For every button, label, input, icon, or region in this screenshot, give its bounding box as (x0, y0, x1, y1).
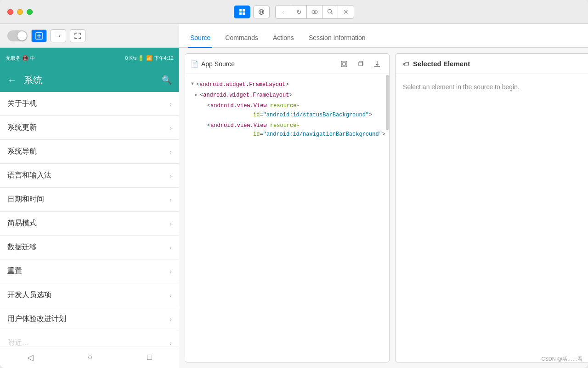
selected-element-content: Select an element in the source to begin… (396, 74, 588, 362)
android-back-button[interactable]: ← (7, 75, 17, 86)
device-toolbar: → (0, 24, 179, 48)
xml-node-level1-label: <android.widget.FrameLayout> (200, 91, 293, 100)
xml-toggle-level1[interactable]: ▶ (192, 92, 200, 98)
source-copy-button[interactable] (354, 58, 367, 70)
globe-icon-button[interactable] (253, 6, 270, 18)
list-item-text: 日期和时间 (7, 195, 44, 204)
list-item[interactable]: 数据迁移 › (0, 236, 179, 259)
svg-point-9 (328, 10, 332, 13)
source-actions (338, 58, 384, 70)
nav-back-button[interactable]: ‹ (276, 6, 291, 18)
list-item[interactable]: 系统更新 › (0, 116, 179, 140)
list-item[interactable]: 简易模式 › (0, 212, 179, 236)
list-item-text: 用户体验改进计划 (7, 314, 66, 324)
list-item-text: 关于手机 (7, 99, 37, 109)
svg-point-8 (314, 11, 316, 13)
list-item[interactable]: 重置 › (0, 259, 179, 283)
chevron-icon: › (170, 339, 172, 346)
tab-actions[interactable]: Actions (271, 29, 296, 48)
selected-element-panel: 🏷 Selected Element Select an element in … (395, 53, 588, 362)
chevron-icon: › (170, 316, 172, 323)
scrollbar-track[interactable] (385, 74, 389, 362)
svg-line-10 (331, 13, 333, 15)
source-panel-title: 📄 App Source (191, 60, 334, 68)
nav-close-button[interactable]: ✕ (338, 6, 354, 18)
chevron-icon: › (170, 172, 172, 179)
scrollbar-thumb[interactable] (386, 75, 389, 130)
android-recent-nav[interactable]: □ (147, 352, 152, 362)
grid-icon-button[interactable] (234, 6, 250, 18)
expand-button[interactable] (70, 29, 85, 42)
xml-node-status-bar[interactable]: <android.view.View resource- id="android… (189, 101, 385, 120)
tag-icon: 🏷 (403, 60, 409, 68)
chevron-icon: › (170, 244, 172, 251)
titlebar: ‹ ↻ ✕ (0, 0, 588, 24)
android-statusbar: 无服务 📵 中 0 K/s 🔋 📶 下午4:12 (0, 48, 179, 68)
close-button[interactable] (7, 9, 13, 15)
nav-search-button[interactable] (322, 6, 338, 18)
xml-node-root-label: <android.widget.FrameLayout> (196, 80, 289, 89)
list-item[interactable]: 用户体验改进计划 › (0, 307, 179, 331)
selected-element-title: Selected Element (413, 60, 470, 68)
svg-rect-1 (243, 9, 245, 12)
xml-node-root[interactable]: ▼ <android.widget.FrameLayout> (189, 80, 385, 90)
list-item[interactable]: 系统导航 › (0, 140, 179, 164)
android-screen: 无服务 📵 中 0 K/s 🔋 📶 下午4:12 ← 系统 🔍 关于手机 › (0, 48, 179, 368)
android-home-nav[interactable]: ○ (88, 352, 93, 362)
list-item[interactable]: 开发人员选项 › (0, 283, 179, 307)
arrow-button[interactable]: → (51, 29, 66, 42)
chevron-icon: › (170, 148, 172, 155)
chevron-icon: › (170, 196, 172, 203)
tab-source[interactable]: Source (188, 29, 212, 48)
svg-rect-15 (343, 63, 345, 65)
xml-node-level1[interactable]: ▶ <android.widget.FrameLayout> (189, 90, 385, 101)
list-item[interactable]: 语言和输入法 › (0, 164, 179, 188)
nav-refresh-button[interactable]: ↻ (291, 6, 307, 18)
list-item-text: 系统更新 (7, 123, 37, 132)
chevron-icon: › (170, 292, 172, 299)
source-header: 📄 App Source (185, 54, 389, 74)
minimize-button[interactable] (17, 9, 23, 15)
android-settings-list: 关于手机 › 系统更新 › 系统导航 › 语言和输入法 › (0, 92, 179, 346)
svg-rect-16 (359, 62, 362, 66)
list-item-text: 开发人员选项 (7, 290, 51, 300)
device-panel: → 无服务 📵 中 0 K/s 🔋 📶 下午4:12 (0, 24, 179, 368)
statusbar-right: 0 K/s 🔋 📶 下午4:12 (125, 55, 174, 62)
chevron-icon: › (170, 268, 172, 275)
source-download-button[interactable] (371, 58, 384, 70)
svg-rect-3 (243, 12, 245, 15)
list-item-text: 数据迁移 (7, 242, 37, 252)
statusbar-left: 无服务 📵 中 (6, 55, 35, 62)
traffic-lights (7, 9, 33, 15)
list-item[interactable]: 附近... › (0, 331, 179, 346)
android-navbar: ◁ ○ □ (0, 346, 179, 368)
xml-node-nav-bar-label: <android.view.View resource- id="android… (207, 121, 385, 139)
app-window: ‹ ↻ ✕ (0, 0, 588, 368)
list-item[interactable]: 日期和时间 › (0, 188, 179, 212)
list-item-text: 附近... (7, 338, 28, 346)
nav-eye-button[interactable] (307, 6, 322, 18)
list-item[interactable]: 关于手机 › (0, 92, 179, 116)
xml-toggle-root[interactable]: ▼ (189, 81, 196, 86)
inspector-panel: Source Commands Actions Session Informat… (179, 24, 588, 368)
list-item-text: 系统导航 (7, 147, 37, 156)
svg-rect-2 (239, 12, 242, 15)
android-back-nav[interactable]: ◁ (27, 352, 34, 362)
android-header-title: 系统 (24, 74, 154, 86)
source-expand-button[interactable] (338, 58, 351, 70)
select-element-button[interactable] (31, 29, 47, 42)
toggle-switch[interactable] (7, 30, 28, 41)
xml-node-nav-bar[interactable]: <android.view.View resource- id="android… (189, 121, 385, 140)
source-panel: 📄 App Source (185, 53, 390, 362)
maximize-button[interactable] (27, 9, 33, 15)
titlebar-controls: ‹ ↻ ✕ (234, 5, 354, 19)
tab-commands[interactable]: Commands (223, 29, 260, 48)
tab-session-information[interactable]: Session Information (307, 29, 368, 48)
main-content: → 无服务 📵 中 0 K/s 🔋 📶 下午4:12 (0, 24, 588, 368)
inspector-body: 📄 App Source (179, 48, 588, 368)
list-item-text: 简易模式 (7, 218, 37, 228)
android-search-button[interactable]: 🔍 (162, 75, 172, 85)
svg-rect-14 (341, 61, 347, 67)
watermark: CSDN @活……看 (542, 356, 582, 362)
svg-rect-0 (239, 9, 242, 12)
